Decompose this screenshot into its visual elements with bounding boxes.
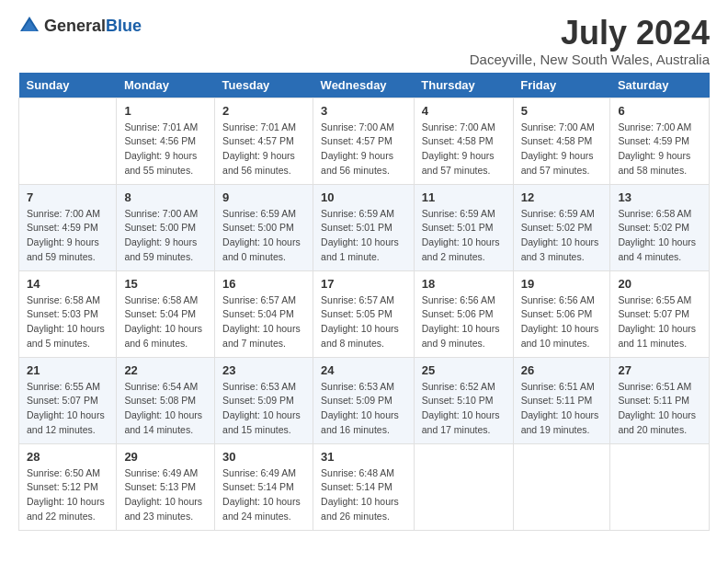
day-info: Sunrise: 6:52 AMSunset: 5:10 PMDaylight:… (422, 380, 506, 438)
day-info: Sunrise: 6:50 AMSunset: 5:12 PMDaylight:… (27, 466, 108, 524)
calendar-cell: 31Sunrise: 6:48 AMSunset: 5:14 PMDayligh… (313, 443, 415, 530)
calendar-cell: 25Sunrise: 6:52 AMSunset: 5:10 PMDayligh… (414, 357, 513, 443)
week-row-2: 7Sunrise: 7:00 AMSunset: 4:59 PMDaylight… (19, 184, 710, 270)
day-number: 2 (222, 104, 305, 118)
calendar-cell (414, 443, 513, 530)
header-row: SundayMondayTuesdayWednesdayThursdayFrid… (19, 73, 710, 98)
calendar-cell (19, 98, 117, 184)
day-number: 23 (222, 363, 305, 377)
week-row-1: 1Sunrise: 7:01 AMSunset: 4:56 PMDaylight… (19, 98, 710, 184)
calendar-cell: 9Sunrise: 6:59 AMSunset: 5:00 PMDaylight… (215, 184, 313, 270)
day-info: Sunrise: 6:49 AMSunset: 5:14 PMDaylight:… (222, 466, 305, 524)
calendar-cell: 17Sunrise: 6:57 AMSunset: 5:05 PMDayligh… (313, 270, 415, 357)
calendar-cell: 18Sunrise: 6:56 AMSunset: 5:06 PMDayligh… (414, 270, 513, 357)
week-row-5: 28Sunrise: 6:50 AMSunset: 5:12 PMDayligh… (19, 443, 710, 530)
calendar-cell: 1Sunrise: 7:01 AMSunset: 4:56 PMDaylight… (117, 98, 215, 184)
calendar-cell: 2Sunrise: 7:01 AMSunset: 4:57 PMDaylight… (215, 98, 313, 184)
calendar-cell: 10Sunrise: 6:59 AMSunset: 5:01 PMDayligh… (313, 184, 415, 270)
day-info: Sunrise: 6:57 AMSunset: 5:05 PMDaylight:… (321, 293, 406, 351)
day-number: 13 (618, 190, 701, 204)
logo-general: General (44, 17, 106, 35)
logo-icon (18, 15, 40, 37)
day-number: 25 (422, 363, 506, 377)
day-info: Sunrise: 6:58 AMSunset: 5:04 PMDaylight:… (124, 293, 207, 351)
day-info: Sunrise: 7:01 AMSunset: 4:56 PMDaylight:… (124, 121, 207, 178)
day-number: 3 (321, 104, 406, 118)
day-number: 6 (618, 104, 701, 118)
day-info: Sunrise: 7:00 AMSunset: 4:59 PMDaylight:… (618, 121, 701, 178)
title-block: July 2024 Daceyville, New South Wales, A… (470, 15, 710, 67)
day-info: Sunrise: 7:01 AMSunset: 4:57 PMDaylight:… (222, 121, 305, 178)
day-number: 11 (422, 190, 506, 204)
day-number: 22 (124, 363, 207, 377)
day-info: Sunrise: 6:59 AMSunset: 5:00 PMDaylight:… (222, 207, 305, 265)
day-info: Sunrise: 6:51 AMSunset: 5:11 PMDaylight:… (618, 380, 701, 438)
calendar-cell: 8Sunrise: 7:00 AMSunset: 5:00 PMDaylight… (117, 184, 215, 270)
col-header-sunday: Sunday (19, 73, 117, 98)
day-info: Sunrise: 6:53 AMSunset: 5:09 PMDaylight:… (222, 380, 305, 438)
day-number: 14 (27, 277, 108, 291)
calendar-cell (610, 443, 710, 530)
calendar-cell: 5Sunrise: 7:00 AMSunset: 4:58 PMDaylight… (513, 98, 610, 184)
day-number: 20 (618, 277, 701, 291)
calendar-cell: 30Sunrise: 6:49 AMSunset: 5:14 PMDayligh… (215, 443, 313, 530)
day-number: 1 (124, 104, 207, 118)
calendar-cell: 23Sunrise: 6:53 AMSunset: 5:09 PMDayligh… (215, 357, 313, 443)
day-number: 21 (27, 363, 108, 377)
week-row-3: 14Sunrise: 6:58 AMSunset: 5:03 PMDayligh… (19, 270, 710, 357)
day-number: 4 (422, 104, 506, 118)
calendar-cell: 26Sunrise: 6:51 AMSunset: 5:11 PMDayligh… (513, 357, 610, 443)
day-number: 31 (321, 450, 406, 464)
calendar-cell: 7Sunrise: 7:00 AMSunset: 4:59 PMDaylight… (19, 184, 117, 270)
day-number: 10 (321, 190, 406, 204)
day-number: 9 (222, 190, 305, 204)
day-number: 27 (618, 363, 701, 377)
day-info: Sunrise: 6:59 AMSunset: 5:01 PMDaylight:… (422, 207, 506, 265)
day-info: Sunrise: 7:00 AMSunset: 5:00 PMDaylight:… (124, 207, 207, 265)
day-number: 18 (422, 277, 506, 291)
day-info: Sunrise: 6:56 AMSunset: 5:06 PMDaylight:… (521, 293, 603, 351)
col-header-tuesday: Tuesday (215, 73, 313, 98)
page-header: GeneralBlue July 2024 Daceyville, New So… (18, 15, 710, 67)
day-number: 15 (124, 277, 207, 291)
day-info: Sunrise: 6:59 AMSunset: 5:01 PMDaylight:… (321, 207, 406, 265)
calendar-cell: 24Sunrise: 6:53 AMSunset: 5:09 PMDayligh… (313, 357, 415, 443)
day-info: Sunrise: 6:59 AMSunset: 5:02 PMDaylight:… (521, 207, 603, 265)
day-info: Sunrise: 6:53 AMSunset: 5:09 PMDaylight:… (321, 380, 406, 438)
day-info: Sunrise: 6:55 AMSunset: 5:07 PMDaylight:… (27, 380, 108, 438)
day-number: 12 (521, 190, 603, 204)
day-info: Sunrise: 6:54 AMSunset: 5:08 PMDaylight:… (124, 380, 207, 438)
day-info: Sunrise: 6:55 AMSunset: 5:07 PMDaylight:… (618, 293, 701, 351)
day-info: Sunrise: 6:57 AMSunset: 5:04 PMDaylight:… (222, 293, 305, 351)
day-number: 26 (521, 363, 603, 377)
calendar-table: SundayMondayTuesdayWednesdayThursdayFrid… (18, 73, 710, 531)
day-info: Sunrise: 6:56 AMSunset: 5:06 PMDaylight:… (422, 293, 506, 351)
calendar-cell: 12Sunrise: 6:59 AMSunset: 5:02 PMDayligh… (513, 184, 610, 270)
col-header-friday: Friday (513, 73, 610, 98)
calendar-cell: 27Sunrise: 6:51 AMSunset: 5:11 PMDayligh… (610, 357, 710, 443)
day-number: 5 (521, 104, 603, 118)
day-info: Sunrise: 7:00 AMSunset: 4:58 PMDaylight:… (422, 121, 506, 178)
day-info: Sunrise: 7:00 AMSunset: 4:57 PMDaylight:… (321, 121, 406, 178)
calendar-cell: 13Sunrise: 6:58 AMSunset: 5:02 PMDayligh… (610, 184, 710, 270)
calendar-cell: 22Sunrise: 6:54 AMSunset: 5:08 PMDayligh… (117, 357, 215, 443)
calendar-cell (513, 443, 610, 530)
calendar-cell: 4Sunrise: 7:00 AMSunset: 4:58 PMDaylight… (414, 98, 513, 184)
day-info: Sunrise: 7:00 AMSunset: 4:59 PMDaylight:… (27, 207, 108, 265)
calendar-cell: 15Sunrise: 6:58 AMSunset: 5:04 PMDayligh… (117, 270, 215, 357)
calendar-cell: 6Sunrise: 7:00 AMSunset: 4:59 PMDaylight… (610, 98, 710, 184)
day-info: Sunrise: 6:51 AMSunset: 5:11 PMDaylight:… (521, 380, 603, 438)
logo: GeneralBlue (18, 15, 142, 37)
logo-blue: Blue (106, 17, 142, 35)
calendar-cell: 3Sunrise: 7:00 AMSunset: 4:57 PMDaylight… (313, 98, 415, 184)
col-header-monday: Monday (117, 73, 215, 98)
day-number: 17 (321, 277, 406, 291)
day-info: Sunrise: 7:00 AMSunset: 4:58 PMDaylight:… (521, 121, 603, 178)
calendar-cell: 21Sunrise: 6:55 AMSunset: 5:07 PMDayligh… (19, 357, 117, 443)
day-number: 8 (124, 190, 207, 204)
calendar-cell: 14Sunrise: 6:58 AMSunset: 5:03 PMDayligh… (19, 270, 117, 357)
day-number: 30 (222, 450, 305, 464)
calendar-title: July 2024 (470, 15, 710, 52)
day-number: 28 (27, 450, 108, 464)
day-info: Sunrise: 6:49 AMSunset: 5:13 PMDaylight:… (124, 466, 207, 524)
